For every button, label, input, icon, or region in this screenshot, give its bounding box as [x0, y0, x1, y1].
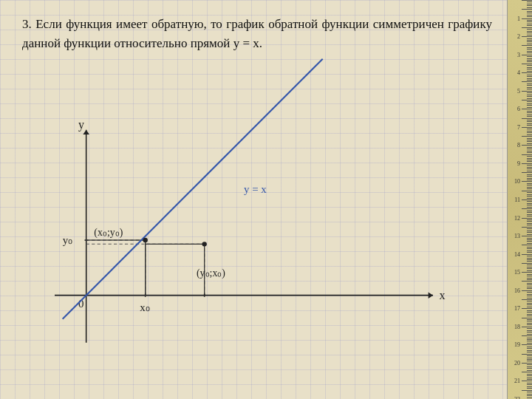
ruler-marks: 12345678910111213141516171819202122 [508, 0, 532, 399]
point2-label: (y₀;x₀) [197, 267, 225, 279]
svg-point-14 [202, 242, 206, 246]
ruler: 12345678910111213141516171819202122 [507, 0, 532, 399]
svg-marker-3 [83, 130, 89, 134]
yx-line-label: y = x [244, 183, 267, 195]
graph-container: 0 x₀ y₀ x y y = x (x₀;y₀) (y₀;x₀) [22, 122, 466, 358]
point1-label: (x₀;y₀) [94, 227, 123, 239]
y0-axis-label: y₀ [63, 234, 72, 246]
coordinate-graph: 0 x₀ y₀ x y y = x (x₀;y₀) (y₀;x₀) [22, 122, 466, 358]
svg-point-13 [143, 238, 147, 242]
theorem-text: 3. Если функция имеет обратную, то графи… [15, 15, 492, 52]
y-axis-label: y [78, 118, 84, 132]
svg-rect-11 [146, 244, 205, 295]
x0-axis-label: x₀ [140, 301, 149, 313]
x-axis-label: x [440, 289, 446, 301]
svg-marker-1 [429, 292, 433, 299]
